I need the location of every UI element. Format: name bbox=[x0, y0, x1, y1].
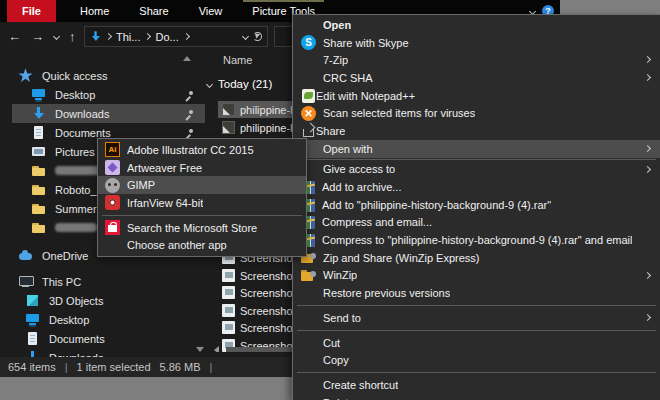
sidebar-item-3d-objects[interactable]: 3D Objects bbox=[0, 291, 205, 310]
tab-view[interactable]: View bbox=[190, 0, 232, 22]
onedrive-cloud-icon bbox=[18, 248, 33, 263]
menu-item-share-with-skype[interactable]: Share with Skype bbox=[293, 34, 660, 52]
menu-item-add-to-archive[interactable]: Add to archive... bbox=[293, 178, 660, 196]
menu-item-zip-and-share[interactable]: Zip and Share (WinZip Express) bbox=[293, 249, 660, 267]
sidebar-item-downloads-2[interactable]: Downloads bbox=[0, 348, 205, 357]
image-file-light-icon bbox=[222, 286, 235, 299]
monitor-icon bbox=[25, 313, 40, 328]
menu-separator bbox=[297, 159, 656, 160]
menu-item-delete[interactable]: Delete bbox=[293, 394, 660, 400]
status-item-count: 654 items bbox=[8, 361, 56, 373]
menu-item-open[interactable]: Open bbox=[293, 16, 660, 34]
pushpin-icon bbox=[185, 129, 193, 137]
this-pc-icon bbox=[18, 274, 33, 289]
menu-item-crc-sha[interactable]: CRC SHA bbox=[293, 69, 660, 87]
breadcrumb-this-pc[interactable]: Thi... bbox=[116, 31, 140, 43]
sidebar-item-this-pc[interactable]: This PC bbox=[0, 272, 205, 291]
menu-item-edit-notepadpp[interactable]: Edit with Notepad++ bbox=[293, 87, 660, 105]
gimp-icon bbox=[105, 178, 120, 193]
status-divider: | bbox=[65, 361, 68, 373]
pictures-icon bbox=[31, 144, 46, 159]
microsoft-store-icon bbox=[105, 220, 120, 235]
sidebar-item-quick-access[interactable]: Quick access bbox=[0, 66, 205, 85]
image-file-dark-icon bbox=[222, 103, 235, 116]
screen: File Home Share View Picture Tools ← → ↑… bbox=[0, 0, 660, 400]
breadcrumb-separator-icon bbox=[183, 33, 190, 40]
sidebar-item-documents-2[interactable]: Documents bbox=[0, 329, 205, 348]
document-icon bbox=[25, 331, 40, 346]
antivirus-icon bbox=[301, 106, 316, 121]
menu-separator bbox=[297, 330, 656, 331]
submenu-arrow-icon bbox=[644, 145, 651, 152]
open-with-submenu: Adobe Illustrator CC 2015 Artweaver Free… bbox=[97, 138, 307, 257]
address-bar[interactable]: Thi... Do... bbox=[84, 26, 268, 47]
redacted-label bbox=[55, 223, 97, 232]
pushpin-icon bbox=[185, 110, 193, 118]
skype-icon bbox=[301, 35, 316, 50]
hscroll-thumb[interactable] bbox=[226, 347, 292, 352]
document-icon bbox=[31, 125, 46, 140]
collapse-group-icon bbox=[206, 80, 213, 87]
menu-item-compress-email[interactable]: Compress and email... bbox=[293, 214, 660, 232]
image-file-light-icon bbox=[222, 304, 235, 317]
menu-item-cut[interactable]: Cut bbox=[293, 334, 660, 352]
breadcrumb-downloads[interactable]: Do... bbox=[155, 31, 178, 43]
menu-item-create-shortcut[interactable]: Create shortcut bbox=[293, 376, 660, 394]
winzip-icon bbox=[301, 268, 316, 283]
submenu-item-illustrator[interactable]: Adobe Illustrator CC 2015 bbox=[98, 141, 306, 159]
submenu-item-gimp[interactable]: GIMP bbox=[98, 176, 306, 194]
menu-item-copy[interactable]: Copy bbox=[293, 351, 660, 369]
menu-item-share[interactable]: Share bbox=[293, 122, 660, 140]
tab-share[interactable]: Share bbox=[130, 0, 177, 22]
monitor-icon bbox=[31, 88, 46, 103]
status-size: 5.86 MB bbox=[160, 361, 201, 373]
address-dropdown-icon[interactable] bbox=[242, 33, 249, 40]
submenu-arrow-icon bbox=[644, 165, 651, 172]
sidebar-item-downloads[interactable]: Downloads bbox=[12, 104, 205, 123]
submenu-arrow-icon bbox=[644, 272, 651, 279]
menu-item-add-to-rar[interactable]: Add to "philippine-history-background-9 … bbox=[293, 196, 660, 214]
image-file-light-icon bbox=[222, 269, 235, 282]
menu-separator bbox=[297, 305, 656, 306]
share-icon bbox=[303, 129, 314, 137]
group-header-today[interactable]: Today (21) bbox=[207, 78, 272, 90]
submenu-arrow-icon bbox=[644, 314, 651, 321]
column-header-name[interactable]: Name bbox=[223, 54, 252, 66]
menu-item-restore-previous[interactable]: Restore previous versions bbox=[293, 284, 660, 302]
submenu-item-artweaver[interactable]: Artweaver Free bbox=[98, 159, 306, 177]
menu-item-scan-viruses[interactable]: Scan selected items for viruses bbox=[293, 104, 660, 122]
menu-item-open-with[interactable]: Open with bbox=[293, 140, 660, 158]
menu-item-compress-to-rar-email[interactable]: Compress to "philippine-history-backgrou… bbox=[293, 231, 660, 249]
star-icon bbox=[18, 68, 33, 83]
folder-icon bbox=[31, 163, 46, 178]
submenu-item-irfanview[interactable]: IrfanView 64-bit bbox=[98, 194, 306, 212]
forward-icon[interactable]: → bbox=[31, 30, 44, 43]
back-icon[interactable]: ← bbox=[8, 30, 21, 43]
submenu-item-search-store[interactable]: Search the Microsoft Store bbox=[98, 219, 306, 237]
hscroll-left-icon[interactable] bbox=[214, 346, 219, 352]
tab-home[interactable]: Home bbox=[71, 0, 118, 22]
sidebar-item-desktop-2[interactable]: Desktop bbox=[0, 310, 205, 329]
menu-item-winzip[interactable]: WinZip bbox=[293, 267, 660, 285]
menu-item-send-to[interactable]: Send to bbox=[293, 309, 660, 327]
recent-locations-icon[interactable] bbox=[53, 32, 60, 39]
breadcrumb-separator-icon bbox=[105, 33, 112, 40]
menu-item-7zip[interactable]: 7-Zip bbox=[293, 51, 660, 69]
nav-scroll-down-icon[interactable] bbox=[196, 347, 204, 352]
folder-icon bbox=[31, 182, 46, 197]
artweaver-icon bbox=[105, 160, 120, 175]
notepadpp-icon bbox=[302, 89, 315, 103]
refresh-icon[interactable] bbox=[253, 32, 262, 41]
context-menu: Open Share with Skype 7-Zip CRC SHA Edit… bbox=[292, 14, 660, 400]
status-selected: 1 item selected bbox=[77, 361, 151, 373]
submenu-item-choose-another-app[interactable]: Choose another app bbox=[98, 236, 306, 254]
menu-separator bbox=[297, 372, 656, 373]
menu-separator bbox=[102, 215, 302, 216]
nav-scroll-up-icon[interactable] bbox=[183, 56, 191, 61]
download-arrow-icon bbox=[25, 350, 40, 357]
tab-file[interactable]: File bbox=[7, 0, 56, 22]
download-arrow-icon bbox=[31, 106, 46, 121]
sidebar-item-desktop[interactable]: Desktop bbox=[0, 85, 205, 104]
up-icon[interactable]: ↑ bbox=[69, 30, 76, 43]
menu-item-give-access[interactable]: Give access to bbox=[293, 161, 660, 179]
